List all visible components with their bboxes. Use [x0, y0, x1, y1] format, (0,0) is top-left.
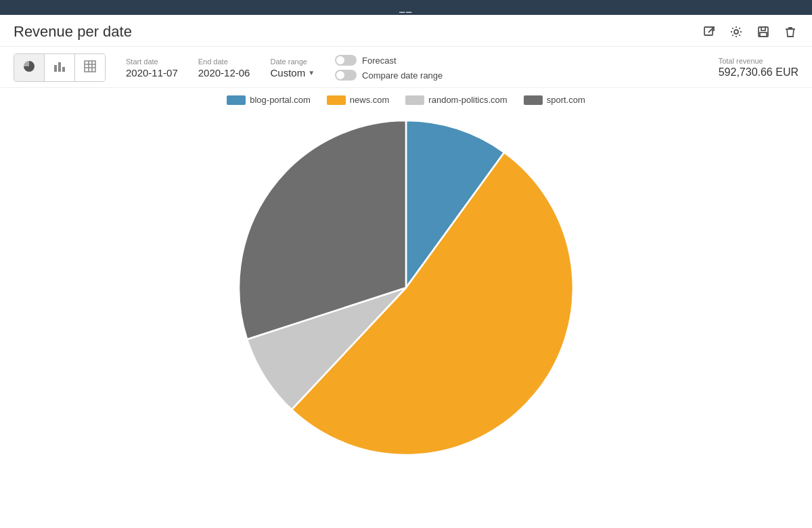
pie-chart-button[interactable]: [14, 54, 45, 81]
total-revenue-label: Total revenue: [719, 57, 798, 65]
end-date-value[interactable]: 2020-12-06: [198, 67, 250, 79]
bar-chart-button[interactable]: [45, 54, 75, 81]
legend-item: blog-portal.com: [227, 95, 311, 105]
svg-rect-8: [85, 61, 95, 72]
page-title: Revenue per date: [14, 23, 132, 41]
legend-label: news.com: [350, 95, 390, 105]
legend-color: [227, 95, 246, 105]
dropdown-arrow-icon: ▼: [308, 69, 315, 76]
legend-label: blog-portal.com: [250, 95, 311, 105]
svg-rect-5: [54, 65, 57, 72]
chart-area: blog-portal.comnews.comrandom-politics.c…: [0, 88, 812, 470]
header-actions: [701, 24, 798, 40]
date-range-select[interactable]: Custom ▼: [270, 67, 315, 79]
date-range-value: Custom: [270, 67, 305, 79]
table-chart-button[interactable]: [75, 54, 105, 81]
start-date-value[interactable]: 2020-11-07: [126, 67, 178, 79]
external-link-button[interactable]: [701, 24, 717, 40]
svg-rect-4: [760, 32, 767, 37]
pie-chart: [230, 112, 582, 464]
legend-label: sport.com: [547, 95, 585, 105]
menu-icon: ⎯⎯: [399, 2, 413, 13]
toggle-group: Forecast Compare date range: [335, 55, 443, 81]
date-range-label: Date range: [270, 58, 315, 66]
save-button[interactable]: [755, 24, 771, 40]
forecast-label: Forecast: [362, 56, 397, 66]
svg-rect-0: [704, 27, 713, 35]
legend-label: random-politics.com: [428, 95, 507, 105]
page-header: Revenue per date: [0, 15, 812, 47]
start-date-field: Start date 2020-11-07: [126, 58, 178, 79]
total-revenue: Total revenue 592,730.66 EUR: [719, 57, 798, 79]
settings-button[interactable]: [728, 24, 744, 40]
legend-color: [327, 95, 346, 105]
svg-rect-3: [761, 27, 765, 30]
compare-toggle[interactable]: [335, 70, 357, 81]
top-bar: ⎯⎯: [0, 0, 812, 15]
svg-rect-7: [62, 67, 65, 72]
delete-button[interactable]: [782, 24, 798, 40]
chart-legend: blog-portal.comnews.comrandom-politics.c…: [227, 95, 585, 105]
end-date-field: End date 2020-12-06: [198, 58, 250, 79]
chart-type-buttons: [14, 53, 106, 82]
forecast-toggle[interactable]: [335, 55, 357, 66]
end-date-label: End date: [198, 58, 250, 66]
controls-row: Start date 2020-11-07 End date 2020-12-0…: [0, 47, 812, 88]
svg-point-1: [734, 30, 738, 34]
legend-item: random-politics.com: [405, 95, 507, 105]
legend-item: news.com: [327, 95, 390, 105]
legend-item: sport.com: [524, 95, 585, 105]
total-revenue-value: 592,730.66 EUR: [719, 66, 798, 79]
compare-label: Compare date range: [362, 70, 443, 81]
start-date-label: Start date: [126, 58, 178, 66]
date-range-field: Date range Custom ▼: [270, 58, 315, 79]
legend-color: [524, 95, 543, 105]
svg-rect-6: [58, 62, 61, 72]
legend-color: [405, 95, 424, 105]
forecast-toggle-item: Forecast: [335, 55, 443, 66]
compare-toggle-item: Compare date range: [335, 70, 443, 81]
